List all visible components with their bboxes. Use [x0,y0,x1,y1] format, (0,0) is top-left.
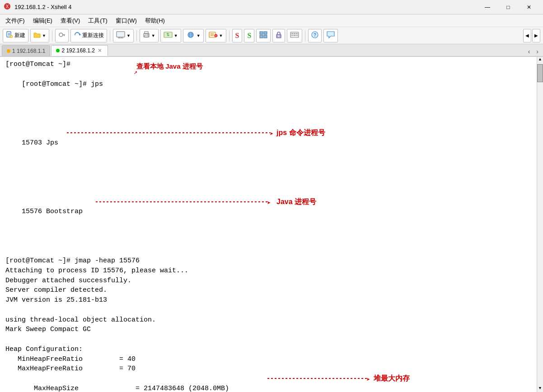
chat-button[interactable] [323,29,338,42]
folder-icon [33,31,41,40]
term-line-5: Attaching to process ID 15576, please wa… [5,266,538,276]
key-button[interactable] [55,29,69,42]
open-button[interactable]: ▼ [30,29,49,42]
scrollbar-up[interactable]: ▲ [537,57,543,63]
term-line-12 [5,335,538,345]
transfer-icon: ⇅ [164,31,173,40]
term-line-7: Server compiler detected. [5,285,538,295]
svg-rect-29 [209,32,215,37]
annotation-maxheap-text: 堆最大内存 [374,373,410,383]
globe-icon [186,31,195,40]
svg-rect-14 [117,32,125,37]
tabbar: 1 192.168.1.1 2 192.168.1.2 ✕ ‹ › [0,44,543,57]
print-button[interactable]: ▼ [140,29,159,42]
menu-window[interactable]: 窗口(W) [112,16,140,26]
annotation-bootstrap-text: Java 进程号 [276,196,316,207]
tab-1-dot [7,49,10,53]
lock-icon [276,31,282,40]
toolbar-separator-2 [110,30,110,41]
svg-rect-20 [145,35,148,37]
reconnect-icon [74,31,81,40]
term-text-16: MaxHeapSize = 2147483648 (2048.0MB) [22,385,229,392]
menubar: 文件(F) 编辑(E) 查看(V) 工具(T) 窗口(W) 帮助(H) [0,14,543,27]
new-icon [6,31,13,40]
term-text-1: [root@Tomcat ~]# jps [22,80,103,88]
s-icon: S [235,32,239,40]
term-line-11: Mark Sweep Compact GC [5,325,538,335]
svg-rect-35 [264,32,267,34]
close-button[interactable]: ✕ [519,0,539,14]
svg-point-9 [59,33,63,37]
scripts-button[interactable]: ! ▼ [206,29,226,42]
annotation-maxheap-arrowhead: ➤ [366,375,370,384]
menu-file[interactable]: 文件(F) [2,16,28,26]
annotation-jps-arrow: ↗ [134,68,137,77]
monitor-button[interactable]: ▼ [113,29,134,42]
tab-2-dot [56,49,60,52]
tab-2-close[interactable]: ✕ [97,47,103,54]
green-s-button[interactable]: S [244,29,254,42]
term-line-3: 15576 Bootstrap ➤ Java 进程号 [5,197,538,257]
term-text-2: 15703 Jps [22,139,58,147]
tab-scroll-right[interactable]: › [534,47,541,56]
new-label: 新建 [14,32,25,39]
svg-rect-36 [260,35,263,38]
scrollbar[interactable]: ▲ ▼ [537,57,543,392]
annotation-bootstrap-arrowhead: ➤ [267,199,271,208]
svg-text:⇅: ⇅ [166,33,170,37]
term-line-8: JVM version is 25.181-b13 [5,295,538,305]
term-line-14: MinHeapFreeRatio = 40 [5,355,538,364]
annotation-jps-text: 查看本地 Java 进程号 [136,61,203,71]
tab-2[interactable]: 2 192.168.1.2 ✕ [51,45,108,56]
reconnect-button[interactable]: 重新连接 [70,29,107,42]
annotation-jps-line [67,132,270,133]
menu-view[interactable]: 查看(V) [57,16,84,26]
maximize-button[interactable]: □ [498,0,519,14]
menu-tools[interactable]: 工具(T) [84,16,111,26]
monitor-icon [116,31,125,40]
new-button[interactable]: 新建 [3,29,28,42]
scrollbar-down[interactable]: ▼ [537,386,543,392]
globe-button[interactable]: ▼ [183,29,204,42]
svg-rect-41 [291,33,293,34]
help-button[interactable]: ? [308,29,322,42]
scroll-left-button[interactable]: ◀ [523,29,531,42]
keyboard-button[interactable] [287,29,302,42]
terminal[interactable]: [root@Tomcat ~]# [root@Tomcat ~]# jps 查看… [0,57,543,392]
term-line-15: MaxHeapFreeRatio = 70 [5,364,538,374]
svg-rect-37 [264,35,267,38]
svg-rect-44 [291,35,293,36]
toolbar-right: ◀ ▶ [523,29,540,42]
scripts-icon: ! [209,31,218,40]
window-controls: — □ ✕ [477,0,539,14]
toolbar-separator-4 [229,30,229,41]
tab-2-label: 2 192.168.1.2 [61,47,94,54]
transfer-button[interactable]: ⇅ ▼ [160,29,181,42]
term-line-0: [root@Tomcat ~]# [5,60,538,70]
svg-rect-43 [296,33,298,34]
lock-button[interactable] [272,29,285,42]
monitor-dropdown-icon: ▼ [126,33,131,38]
dropdown-arrow-icon: ▼ [42,33,46,38]
tab-1[interactable]: 1 192.168.1.1 [2,45,50,56]
minimize-button[interactable]: — [477,0,498,14]
term-line-2: 15703 Jps ➤ jps 命令进程号 [5,128,538,197]
term-line-1: [root@Tomcat ~]# jps 查看本地 Java 进程号 ↗ [5,70,538,129]
toolbar-separator-3 [136,30,137,41]
menu-edit[interactable]: 编辑(E) [29,16,56,26]
scrollbar-thumb[interactable] [537,64,543,82]
keyboard-icon [290,32,299,39]
svg-point-39 [278,36,280,37]
scripts-dropdown-icon: ▼ [219,33,223,38]
grid-button[interactable] [256,29,271,42]
scroll-right-button[interactable]: ▶ [532,29,540,42]
tab-1-label: 1 192.168.1.1 [12,48,45,54]
grid-icon [259,31,267,40]
transfer-dropdown-icon: ▼ [174,33,178,38]
term-text-3: 15576 Bootstrap [22,208,83,215]
svg-marker-12 [80,33,81,36]
tab-scroll-left[interactable]: ‹ [525,47,533,56]
menu-help[interactable]: 帮助(H) [141,16,169,26]
svg-point-21 [148,34,149,35]
s-button[interactable]: S [232,29,243,42]
